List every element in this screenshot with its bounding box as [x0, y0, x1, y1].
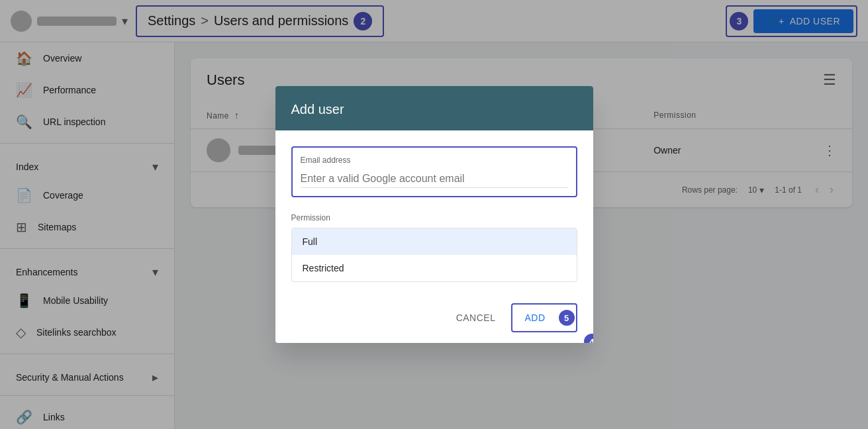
add-btn-wrapper: ADD 5: [511, 303, 577, 332]
add-user-dialog: Add user Email address 4 Permission Full…: [275, 86, 593, 343]
dialog-header: Add user: [275, 86, 593, 130]
email-field-wrapper: Email address 4: [291, 146, 577, 197]
dialog-body: Email address 4 Permission Full Restrict…: [275, 130, 593, 298]
dialog-actions: CANCEL ADD 5: [275, 298, 593, 343]
step-badge-5: 5: [559, 310, 575, 326]
permission-dropdown[interactable]: Full Restricted: [291, 228, 577, 282]
dialog-title: Add user: [291, 102, 344, 117]
cancel-button[interactable]: CANCEL: [446, 306, 506, 330]
permission-option-restricted[interactable]: Restricted: [292, 255, 577, 281]
permission-field: Permission Full Restricted: [291, 213, 577, 282]
add-button[interactable]: ADD: [514, 306, 555, 330]
email-input[interactable]: [301, 170, 568, 188]
dialog-overlay[interactable]: Add user Email address 4 Permission Full…: [0, 0, 868, 429]
email-label: Email address: [301, 156, 568, 165]
permission-option-full[interactable]: Full: [292, 228, 577, 255]
permission-label: Permission: [291, 213, 577, 222]
